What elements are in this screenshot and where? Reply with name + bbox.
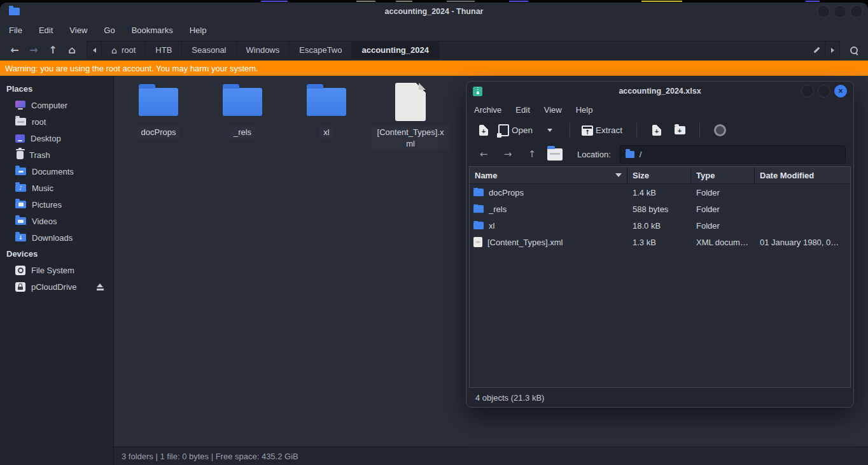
thunar-toolbar: ← → ↑ ⌂ ⌂rootHTBSeasonalWindowsEscapeTwo… xyxy=(0,39,868,61)
desktop-artifact xyxy=(396,1,412,2)
list-rows: docProps1.4 kBFolder_rels588 bytesFolder… xyxy=(470,184,850,250)
sidebar-item-music[interactable]: Music xyxy=(0,180,113,196)
extract-button[interactable]: Extract xyxy=(582,122,625,140)
desktop-artifact xyxy=(356,1,375,2)
file-item[interactable]: xl xyxy=(284,80,368,139)
breadcrumb-item[interactable]: Windows xyxy=(237,41,290,59)
sidebar-item-downloads[interactable]: Downloads xyxy=(0,229,113,246)
breadcrumb-current[interactable]: accounting_2024 xyxy=(352,41,439,59)
breadcrumb-root[interactable]: ⌂root xyxy=(102,41,146,59)
maximize-button[interactable] xyxy=(818,85,830,97)
breadcrumb-item[interactable]: Seasonal xyxy=(182,41,236,59)
home-folder-icon xyxy=(547,148,563,161)
menu-bookmarks[interactable]: Bookmarks xyxy=(132,25,173,35)
back-button[interactable]: ← xyxy=(6,42,23,59)
menu-go[interactable]: Go xyxy=(104,25,115,35)
column-header-name[interactable]: Name xyxy=(470,167,627,183)
menu-view[interactable]: View xyxy=(69,25,87,35)
breadcrumb-item[interactable]: EscapeTwo xyxy=(290,41,352,59)
file-row[interactable]: [Content_Types].xml1.3 kBXML docum…01 Ja… xyxy=(470,234,850,250)
sidebar-item-label: Pictures xyxy=(32,200,62,210)
sidebar-item-file-system[interactable]: File System xyxy=(0,262,113,278)
cell-size: 1.4 kB xyxy=(627,188,691,197)
file-item-label: xl xyxy=(319,126,333,139)
breadcrumb-scroll-left-button[interactable] xyxy=(87,41,102,59)
sidebar-item-videos[interactable]: Videos xyxy=(0,213,113,229)
menu-view[interactable]: View xyxy=(544,105,562,115)
up-button[interactable]: ↑ xyxy=(522,146,542,162)
menu-help[interactable]: Help xyxy=(190,25,207,35)
sidebar-item-pictures[interactable]: Pictures xyxy=(0,196,113,213)
file-item[interactable]: _rels xyxy=(200,80,284,139)
forward-button[interactable]: → xyxy=(498,146,517,162)
menu-edit[interactable]: Edit xyxy=(515,105,529,115)
desktop-artifact xyxy=(641,1,682,2)
xarchiver-titlebar[interactable]: accounting_2024.xlsx × xyxy=(466,82,853,101)
toolbar-separator xyxy=(699,123,700,138)
sidebar-item-label: Downloads xyxy=(32,233,73,243)
add-folder-button[interactable] xyxy=(671,122,688,140)
close-button[interactable]: × xyxy=(834,85,847,97)
folder-icon xyxy=(473,205,484,213)
file-row[interactable]: xl18.0 kBFolder xyxy=(470,217,850,234)
sidebar-item-trash[interactable]: Trash xyxy=(0,147,113,163)
thunar-titlebar[interactable]: accounting_2024 - Thunar xyxy=(0,3,868,20)
open-button-label: Open xyxy=(512,125,533,135)
column-header-size[interactable]: Size xyxy=(627,167,691,183)
menu-archive[interactable]: Archive xyxy=(474,105,501,115)
open-archive-button[interactable]: Open xyxy=(498,122,535,140)
xarchiver-navbar: ← → ↑ Location: / xyxy=(466,142,853,166)
sidebar-item-label: Desktop xyxy=(31,134,61,143)
desktop-icon xyxy=(15,134,25,143)
cell-name: _rels xyxy=(470,204,627,214)
xarchiver-statusbar: 4 objects (21.3 kB) xyxy=(466,388,853,407)
file-item-icon-slot xyxy=(139,81,178,123)
add-file-button[interactable] xyxy=(648,122,665,140)
forward-button[interactable]: → xyxy=(25,42,42,59)
cell-size: 588 bytes xyxy=(627,204,691,214)
up-button[interactable]: ↑ xyxy=(45,42,61,59)
column-header-date[interactable]: Date Modified xyxy=(755,167,850,183)
minimize-button[interactable] xyxy=(817,5,830,18)
location-label: Location: xyxy=(577,150,611,159)
file-row[interactable]: docProps1.4 kBFolder xyxy=(470,184,850,201)
file-row[interactable]: _rels588 bytesFolder xyxy=(470,201,850,217)
home-button[interactable] xyxy=(547,145,563,163)
menu-edit[interactable]: Edit xyxy=(39,25,53,35)
file-item[interactable]: docProps xyxy=(116,80,200,139)
menu-file[interactable]: File xyxy=(9,25,22,35)
cell-name: xl xyxy=(470,221,627,231)
close-button[interactable] xyxy=(850,5,863,18)
new-archive-button[interactable] xyxy=(475,122,492,140)
thunar-menubar: FileEditViewGoBookmarksHelp xyxy=(0,20,868,39)
sidebar-item-documents[interactable]: Documents xyxy=(0,163,113,180)
sidebar-item-pclouddrive[interactable]: pCloudDrive xyxy=(0,278,113,295)
sidebar-item-desktop[interactable]: Desktop xyxy=(0,130,113,147)
folder-icon xyxy=(307,88,346,116)
back-button[interactable]: ← xyxy=(474,146,493,162)
file-item[interactable]: [Content_Types].xml xyxy=(368,80,452,150)
breadcrumb-item[interactable]: HTB xyxy=(146,41,182,59)
location-input[interactable]: / xyxy=(620,145,846,164)
sidebar-devices-list: File SystempCloudDrive xyxy=(0,262,113,295)
file-name: docProps xyxy=(489,188,524,197)
folder-videos-icon xyxy=(15,217,26,225)
maximize-button[interactable] xyxy=(834,5,846,18)
search-button[interactable] xyxy=(845,42,863,59)
eject-button[interactable] xyxy=(96,283,104,290)
home-button[interactable]: ⌂ xyxy=(64,42,80,59)
sidebar-item-computer[interactable]: Computer xyxy=(0,97,113,113)
minimize-button[interactable] xyxy=(801,85,814,97)
edit-path-button[interactable] xyxy=(808,41,825,59)
breadcrumb-scroll-right-button[interactable] xyxy=(825,41,839,59)
sidebar-item-root[interactable]: root xyxy=(0,113,113,130)
menu-help[interactable]: Help xyxy=(576,105,593,115)
sidebar-item-label: File System xyxy=(31,266,74,275)
file-item-icon-slot xyxy=(395,81,426,123)
open-recent-dropdown[interactable] xyxy=(542,122,558,140)
pencil-icon xyxy=(813,46,821,54)
column-header-type[interactable]: Type xyxy=(691,167,755,183)
stop-button[interactable] xyxy=(711,122,728,140)
open-icon xyxy=(498,124,509,136)
sidebar-item-label: Trash xyxy=(29,150,50,160)
